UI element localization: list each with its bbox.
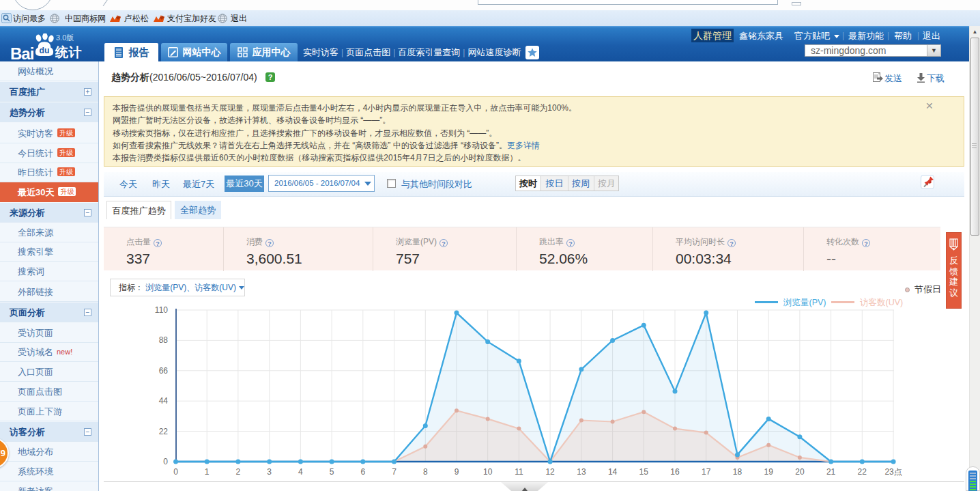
svg-text:110: 110 [155, 305, 168, 315]
svg-text:1: 1 [205, 467, 210, 477]
svg-text:44: 44 [159, 396, 169, 406]
svg-text:18: 18 [733, 467, 743, 477]
svg-text:8: 8 [423, 467, 428, 477]
svg-text:16: 16 [670, 467, 680, 477]
svg-text:21: 21 [826, 467, 836, 477]
svg-text:15: 15 [639, 467, 649, 477]
svg-text:4: 4 [298, 467, 303, 477]
svg-text:7: 7 [392, 467, 397, 477]
svg-text:2: 2 [236, 467, 241, 477]
svg-text:13: 13 [577, 467, 586, 477]
svg-text:19: 19 [764, 467, 774, 477]
svg-text:9: 9 [455, 467, 459, 477]
svg-text:17: 17 [702, 467, 711, 477]
svg-text:11: 11 [515, 467, 523, 477]
svg-text:12: 12 [545, 467, 555, 477]
svg-text:6: 6 [360, 467, 365, 477]
svg-text:du: du [40, 46, 50, 55]
svg-text:0: 0 [173, 467, 178, 477]
svg-text:14: 14 [608, 467, 618, 477]
svg-text:66: 66 [159, 366, 169, 376]
svg-text:20: 20 [795, 467, 805, 477]
svg-text:23点: 23点 [884, 467, 902, 477]
svg-text:88: 88 [159, 335, 169, 345]
svg-text:3: 3 [267, 467, 272, 477]
svg-text:22: 22 [159, 427, 169, 436]
svg-text:0: 0 [163, 457, 168, 466]
svg-text:5: 5 [330, 467, 334, 477]
svg-text:10: 10 [483, 467, 493, 477]
svg-text:22: 22 [858, 467, 867, 477]
